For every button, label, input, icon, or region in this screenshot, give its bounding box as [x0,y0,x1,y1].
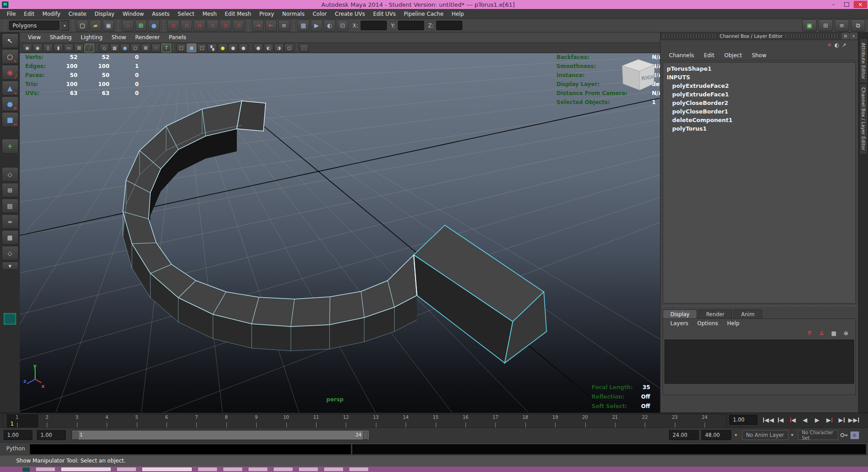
snap-curve-icon[interactable]: ∩ [181,20,192,32]
menubar-item-file[interactable]: File [3,11,20,17]
go-to-end-button[interactable]: ▶▶ [848,414,859,426]
last-tool-manipulator[interactable]: + [2,139,18,154]
make-live-icon[interactable]: ∩ [233,20,244,32]
select-object-icon[interactable]: ⊞ [135,20,147,32]
lights-icon[interactable]: ● [218,44,227,52]
ptorus-mesh[interactable] [123,101,547,363]
layer-editor-tab-render[interactable]: Render [698,309,732,318]
history-node-polyextrudeface1[interactable]: polyExtrudeFace1 [667,90,855,99]
move-layer-down-icon[interactable]: ⇊ [817,329,827,337]
taskbar-button[interactable] [117,467,136,471]
history-node-polycloseborder2[interactable]: polyCloseBorder2 [667,99,855,107]
taskbar-button[interactable] [142,467,192,471]
status-grip[interactable] [4,21,6,31]
manipulator-mode-icon[interactable]: ✛ [827,42,832,48]
lasso-select-tool[interactable]: ○↖ [2,49,18,64]
play-backwards-button[interactable]: ◀ [799,414,811,426]
scale-tool[interactable]: ■↔ [2,112,18,127]
menubar-item-mesh[interactable]: Mesh [199,11,221,17]
textured-icon[interactable]: ∷ [151,44,161,52]
layout-shortcuts-expand-icon[interactable]: ▾ [2,262,18,270]
speed-dial-icon[interactable]: ◐ [834,42,839,48]
y-coordinate-input[interactable] [398,21,424,30]
taskbar-button[interactable] [324,467,343,471]
range-end-handle[interactable] [363,431,368,440]
layer-list[interactable] [665,340,854,384]
maximize-button[interactable] [841,1,853,8]
layer-editor-tab-anim[interactable]: Anim [733,309,762,318]
create-empty-layer-icon[interactable]: ▦ [829,329,839,337]
channel-box-inputs-header[interactable]: INPUTS [667,73,855,82]
ipr-render-icon[interactable]: ◐ [324,20,335,32]
grease-pencil-icon[interactable]: ╱ [85,44,94,52]
history-list-icon[interactable]: ≡ [278,20,290,32]
output-connections-icon[interactable]: ⇤ [265,20,277,32]
minimize-button[interactable]: – [827,1,840,8]
channel-box-header[interactable]: Channel Box / Layer Editor ⧉ × [660,32,858,40]
panel-menu-show[interactable]: Show [107,34,131,41]
toolbar-group-grip[interactable] [247,21,249,31]
channelbox-menu-edit[interactable]: Edit [699,52,719,59]
bookmarks-icon[interactable]: ▮ [54,44,63,52]
command-language-label[interactable]: Python [6,445,25,452]
menubar-item-create-uvs[interactable]: Create UVs [331,11,369,17]
taskbar-button[interactable] [249,467,267,471]
step-forward-key-button[interactable]: ▶ [823,414,835,426]
menubar-item-edit-mesh[interactable]: Edit Mesh [221,11,255,17]
side-tab-channel-box-layer-editor[interactable]: Channel Box / Layer Editor [859,83,868,154]
panel-menu-renderer[interactable]: Renderer [131,34,164,41]
playback-start-field[interactable]: 1.00 [4,430,32,440]
snap-point-icon[interactable]: ∩ [194,20,205,32]
history-node-deletecomponent1[interactable]: deleteComponent1 [667,116,855,124]
step-forward-frame-button[interactable]: ▶ [836,414,847,426]
menubar-item-modify[interactable]: Modify [38,11,64,17]
single-pane-layout-toggle-icon[interactable]: ▣ [802,19,817,32]
step-back-frame-button[interactable]: ◀ [775,414,787,426]
slider-mode-icon[interactable]: ↗ [842,42,846,48]
3d-scene-view[interactable]: Verts:52520Edges:1001001Faces:50500Tris:… [20,53,660,413]
taskbar-button[interactable] [349,467,368,471]
image-plane-icon[interactable]: ▭ [64,44,73,52]
isolate-select-icon[interactable]: ◑ [274,44,284,52]
xray-icon[interactable]: ● [253,44,263,52]
range-start-handle[interactable] [73,431,78,440]
toolbar-group-grip[interactable] [72,21,74,31]
render-settings-icon[interactable]: ⊡ [337,20,348,32]
shaded-cube-icon[interactable]: ■ [187,44,196,52]
input-connections-icon[interactable]: ⇥ [252,20,264,32]
open-scene-icon[interactable]: ▰ [90,20,101,32]
select-tool[interactable]: ↖ [2,33,18,48]
taskbar-button[interactable] [36,467,55,471]
command-input-field[interactable] [30,444,351,454]
textured-cube-icon[interactable]: □ [197,44,207,52]
taskbar-button[interactable] [61,467,111,471]
go-to-start-button[interactable]: ◀◀ [763,414,774,426]
extruded-arm[interactable] [414,225,547,363]
layout-shortcut-single-pane[interactable]: ◇ [2,167,18,182]
character-set-field[interactable]: No Character Set [798,430,838,440]
default-material-icon[interactable]: ○ [131,44,140,52]
layer-menu-layers[interactable]: Layers [666,320,693,327]
history-node-polytorus1[interactable]: polyTorus1 [667,124,855,133]
spreadsheet-toggle-icon[interactable]: ⊞ [818,19,833,32]
set-key-icon[interactable] [840,432,848,438]
menubar-item-display[interactable]: Display [90,11,118,17]
smooth-shade-icon[interactable]: ▦ [110,44,119,52]
wire-cube-icon[interactable]: □ [176,44,186,52]
shadows-icon[interactable]: ● [228,44,238,52]
2d-pan-zoom-icon[interactable]: ⊞ [74,44,84,52]
select-component-icon[interactable]: ● [148,20,160,32]
exposure-icon[interactable]: ○ [285,44,294,52]
channelbox-menu-show[interactable]: Show [747,52,771,59]
playback-end-field[interactable]: 24.00 [669,430,699,440]
menubar-item-window[interactable]: Window [118,11,148,17]
menubar-item-select[interactable]: Select [174,11,199,17]
use-all-lights-icon[interactable]: T [162,44,171,52]
layout-shortcut-four-pane[interactable]: ⊞ [2,183,18,197]
history-node-polyextrudeface2[interactable]: polyExtrudeFace2 [667,82,855,90]
move-layer-up-icon[interactable]: ⇈ [805,329,814,337]
step-back-key-button[interactable]: ◀ [787,414,799,426]
menubar-item-proxy[interactable]: Proxy [255,11,278,17]
maya-app-icon[interactable]: M [2,1,9,8]
menubar-item-normals[interactable]: Normals [278,11,309,17]
